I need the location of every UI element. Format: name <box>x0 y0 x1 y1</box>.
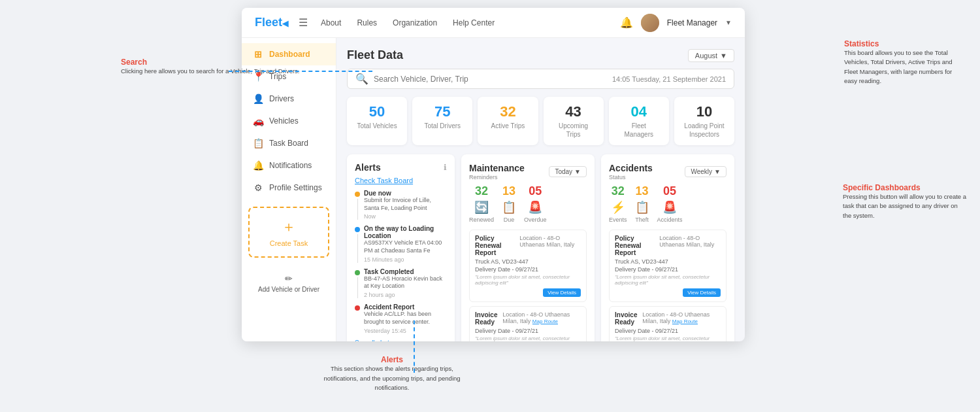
accidents-status-row: 32 ⚡ Events 13 📋 Theft 05 🚨 Accide <box>609 184 727 223</box>
status-label: Renewed <box>469 216 494 223</box>
maintenance-header: Maintenance Reminders Today ▼ <box>469 162 587 180</box>
check-task-link[interactable]: Check Task Board <box>355 177 447 184</box>
stat-number: 32 <box>500 103 515 120</box>
sidebar: ⊞ Dashboard 📍 Trips 👤 Drivers 🚗 Vehicles… <box>242 38 336 341</box>
sidebar-item-profile[interactable]: ⚙ Profile Settings <box>242 177 336 199</box>
map-route-link[interactable]: Map Route <box>672 318 698 324</box>
alert-title: Accident Report <box>364 303 447 311</box>
alert-dot-red <box>355 305 360 311</box>
status-number: 32 <box>475 184 488 198</box>
stat-label: Upcoming Trips <box>551 122 596 139</box>
alert-body: BB-47-AS Horacio Kevin back at Key Locat… <box>364 275 447 290</box>
chevron-down-icon: ▼ <box>720 52 727 60</box>
view-details-button[interactable]: View Details <box>543 288 581 297</box>
stat-number: 50 <box>369 103 385 120</box>
accidents-period-badge[interactable]: Weekly ▼ <box>685 166 727 177</box>
see-all-alerts-link[interactable]: See all alerts <box>355 339 447 342</box>
annotation-bottom: Alerts This section shows the alerts reg… <box>320 355 464 392</box>
accidents-panel: Accidents Status Weekly ▼ 32 ⚡ Events <box>601 154 734 341</box>
annotation-line-bottom <box>414 320 415 373</box>
alert-dot-green <box>355 270 360 275</box>
alert-time: Yesterday 15:45 <box>364 328 447 334</box>
stat-total-vehicles: 50 Total Vehicles <box>347 97 407 145</box>
accident-card: Policy Renewal Report Location - 48-O Ut… <box>609 230 727 302</box>
plus-icon: ＋ <box>282 217 296 237</box>
logo: Fleet◀ <box>255 16 288 29</box>
alert-title: On the way to Loading Location <box>364 225 447 239</box>
stat-number: 43 <box>565 103 581 120</box>
nav-organization[interactable]: Organization <box>393 18 437 27</box>
top-nav: Fleet◀ ☰ About Rules Organization Help C… <box>242 8 745 38</box>
alert-title: Task Completed <box>364 268 447 275</box>
annotation-stats: Statistics This board allows you to see … <box>844 39 962 86</box>
maintenance-panel: Maintenance Reminders Today ▼ 32 🔄 Renew… <box>461 154 595 341</box>
status-number: 13 <box>502 184 515 198</box>
status-label: Due <box>504 216 515 223</box>
nav-about[interactable]: About <box>321 18 341 27</box>
stat-total-drivers: 75 Total Drivers <box>412 97 472 145</box>
alerts-panel: Alerts ℹ Check Task Board Due now <box>347 154 455 341</box>
chevron-down-icon: ▼ <box>574 168 581 175</box>
stat-label: Loading Point Inspectors <box>682 122 727 139</box>
main-content: Fleet Data August ▼ 🔍 14:05 Tuesday, 21 … <box>336 38 745 341</box>
stat-number: 75 <box>434 103 450 120</box>
accidents-title: Accidents <box>609 163 653 173</box>
chevron-down-icon[interactable]: ▼ <box>725 19 732 26</box>
page-title: Fleet Data <box>347 48 403 62</box>
add-vehicle-driver-button[interactable]: ✏ Add Vehicle or Driver <box>242 268 336 299</box>
bell-icon[interactable]: 🔔 <box>620 16 633 29</box>
maintenance-period-badge[interactable]: Today ▼ <box>549 166 587 177</box>
panels-row: Alerts ℹ Check Task Board Due now <box>347 154 734 341</box>
user-menu[interactable]: Fleet Manager <box>667 18 717 27</box>
renewed-icon: 🔄 <box>474 200 489 215</box>
accidents-header: Accidents Status Weekly ▼ <box>609 162 727 180</box>
sidebar-item-taskboard[interactable]: 📋 Task Board <box>242 132 336 154</box>
nav-rules[interactable]: Rules <box>357 18 377 27</box>
stat-active-trips: 32 Active Trips <box>478 97 538 145</box>
sidebar-item-drivers[interactable]: 👤 Drivers <box>242 88 336 110</box>
status-number: 05 <box>529 184 542 198</box>
accidents-icon: 🚨 <box>662 200 677 215</box>
overdue-icon: 🚨 <box>528 200 542 215</box>
stats-row: 50 Total Vehicles 75 Total Drivers 32 Ac… <box>347 97 734 145</box>
notifications-icon: 🔔 <box>252 160 264 171</box>
create-task-button[interactable]: ＋ Create Task <box>248 207 329 258</box>
due-icon: 📋 <box>502 200 516 215</box>
alert-title: Due now <box>364 190 447 197</box>
sidebar-item-notifications[interactable]: 🔔 Notifications <box>242 154 336 177</box>
events-icon: ⚡ <box>611 200 625 215</box>
theft-icon: 📋 <box>635 200 649 215</box>
stat-label: Fleet Managers <box>617 122 661 139</box>
accidents-subtitle: Status <box>609 174 653 180</box>
alert-time: 15 Minutes ago <box>364 256 447 263</box>
maintenance-overdue: 05 🚨 Overdue <box>524 184 547 223</box>
search-icon: 🔍 <box>355 73 368 85</box>
sidebar-item-vehicles[interactable]: 🚗 Vehicles <box>242 110 336 132</box>
datetime-display: 14:05 Tuesday, 21 September 2021 <box>612 75 726 83</box>
map-route-link[interactable]: Map Route <box>532 318 558 324</box>
alert-dot-blue <box>355 227 360 232</box>
nav-help[interactable]: Help Center <box>453 18 495 27</box>
edit-icon: ✏ <box>285 273 293 284</box>
alert-item: On the way to Loading Location AS9537XY … <box>355 225 447 262</box>
month-selector[interactable]: August ▼ <box>688 49 734 62</box>
maintenance-renewed: 32 🔄 Renewed <box>469 184 494 223</box>
nav-right: 🔔 Fleet Manager ▼ <box>620 14 732 32</box>
search-input[interactable] <box>374 75 607 84</box>
info-icon: ℹ <box>444 163 447 172</box>
maintenance-subtitle: Reminders <box>469 174 525 180</box>
vehicles-icon: 🚗 <box>252 116 264 126</box>
accident-card: Invoice Ready Location - 48-O Uthaenas M… <box>609 306 727 341</box>
status-label: Accidents <box>657 216 683 223</box>
stat-upcoming-trips: 43 Upcoming Trips <box>544 97 604 145</box>
avatar <box>641 14 659 32</box>
alert-item: Task Completed BB-47-AS Horacio Kevin ba… <box>355 268 447 298</box>
hamburger-menu[interactable]: ☰ <box>299 16 308 29</box>
alerts-list: Due now Submit for Invoice of Lille, San… <box>355 190 447 334</box>
status-label: Theft <box>635 216 649 223</box>
taskboard-icon: 📋 <box>252 138 264 148</box>
view-details-button[interactable]: View Details <box>683 288 721 297</box>
alert-body: Vehicle AC/LLP. has been brought to serv… <box>364 311 447 326</box>
drivers-icon: 👤 <box>252 94 264 104</box>
annotation-line-search <box>229 71 372 72</box>
